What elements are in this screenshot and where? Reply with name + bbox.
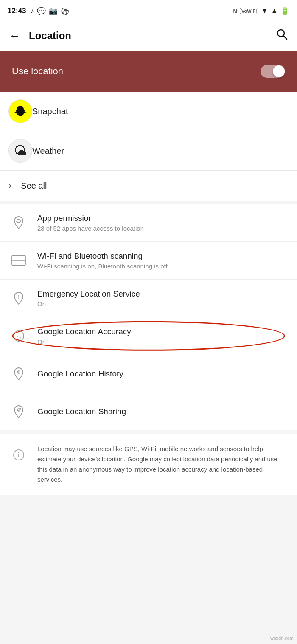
info-text: Location may use sources like GPS, Wi-Fi… [37,444,289,485]
status-icons-right: N VoWiFi ▼ ▲ 🔋 [233,7,289,16]
watermark: wsxdn.com [270,636,294,641]
weather-label: Weather [32,146,64,156]
see-all-row[interactable]: › See all [0,170,297,201]
svg-text:!: ! [18,294,20,299]
target-location-icon [8,326,29,346]
page-title: Location [29,30,71,42]
nfc-icon: N [233,8,237,14]
snapchat-icon [8,99,32,123]
status-time: 12:43 [8,7,26,15]
emergency-title: Emergency Location Service [37,289,140,299]
camera-icon: 📷 [49,7,58,16]
chevron-right-icon: › [8,180,11,191]
list-item[interactable]: Google Location Sharing [0,393,297,430]
alert-location-icon: ! [8,288,29,308]
signal-icon: ▲ [271,7,278,15]
info-row: i Location may use sources like GPS, Wi-… [0,434,297,495]
info-section: i Location may use sources like GPS, Wi-… [0,434,297,495]
app-permission-title: App permission [37,214,144,223]
wifi-bt-title: Wi-Fi and Bluetooth scanning [37,251,168,261]
emergency-text: Emergency Location Service On [37,289,140,308]
use-location-toggle[interactable] [261,65,285,78]
list-item[interactable]: Google Location History [0,355,297,393]
wifi-bt-subtitle: Wi-Fi scanning is on, Bluetooth scanning… [37,263,168,270]
apps-section: Snapchat 🌤 Weather › See all [0,92,297,201]
see-all-label: See all [21,181,47,191]
snapchat-label: Snapchat [32,107,68,116]
list-item[interactable]: 🌤 Weather [0,131,297,170]
emergency-subtitle: On [37,300,140,308]
location-pin-icon [8,212,29,233]
status-icons-left: ♪ 💬 📷 ⚽ [30,7,69,16]
weather-icon: 🌤 [8,139,32,163]
gla-subtitle: On [37,338,131,345]
status-left: 12:43 ♪ 💬 📷 ⚽ [8,7,69,16]
use-location-label: Use location [12,66,63,77]
gla-title: Google Location Accuracy [37,327,131,336]
sharing-location-icon [8,401,29,422]
gls-title: Google Location Sharing [37,407,126,416]
status-bar: 12:43 ♪ 💬 📷 ⚽ N VoWiFi ▼ ▲ 🔋 [0,0,297,20]
list-item[interactable]: App permission 28 of 52 apps have access… [0,204,297,242]
scan-icon [8,250,29,271]
wifi-icon: ▼ [261,7,268,15]
settings-section: App permission 28 of 52 apps have access… [0,204,297,430]
use-location-banner[interactable]: Use location [0,51,297,92]
vowifi-icon: VoWiFi [240,8,258,14]
search-button[interactable] [274,26,289,45]
list-item[interactable]: ! Emergency Location Service On [0,280,297,317]
app-permission-text: App permission 28 of 52 apps have access… [37,214,144,232]
app-bar: ← Location [0,20,297,51]
svg-text:i: i [18,452,20,458]
back-button[interactable]: ← [8,28,22,43]
svg-point-0 [277,30,284,37]
list-item[interactable]: Snapchat [0,92,297,131]
list-item[interactable]: Wi-Fi and Bluetooth scanning Wi-Fi scann… [0,242,297,280]
toggle-thumb [273,65,285,77]
search-icon [276,28,288,40]
battery-icon: 🔋 [280,7,289,16]
app-permission-subtitle: 28 of 52 apps have access to location [37,225,144,232]
app-bar-left: ← Location [8,28,71,43]
svg-line-1 [284,36,287,40]
glh-text: Google Location History [37,369,123,378]
whatsapp-icon: 💬 [37,7,46,16]
history-location-icon [8,364,29,384]
music-note-icon: ♪ [30,7,34,15]
wifi-bt-text: Wi-Fi and Bluetooth scanning Wi-Fi scann… [37,251,168,270]
soccer-icon: ⚽ [61,7,69,15]
gls-text: Google Location Sharing [37,407,126,416]
gla-text: Google Location Accuracy On [37,327,131,345]
info-icon: i [8,445,29,465]
glh-title: Google Location History [37,369,123,378]
google-location-accuracy-row[interactable]: Google Location Accuracy On [0,317,297,355]
